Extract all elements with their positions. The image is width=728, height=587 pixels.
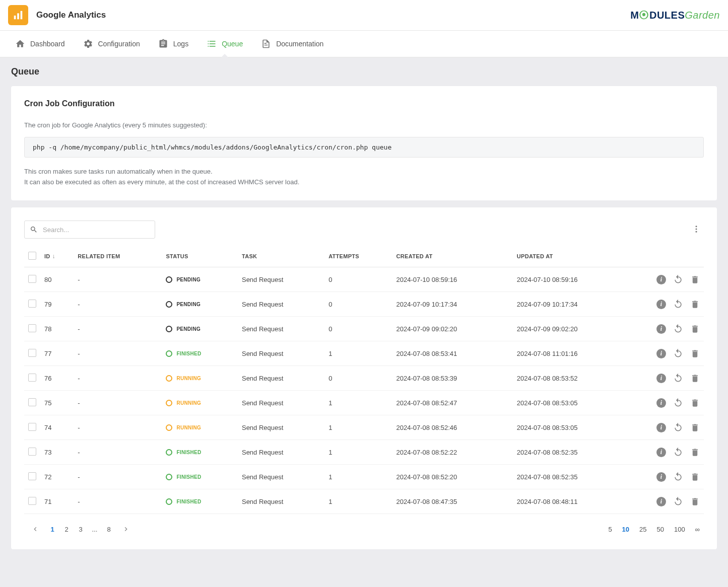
row-checkbox[interactable] bbox=[28, 398, 36, 406]
delete-button[interactable] bbox=[690, 300, 700, 309]
info-button[interactable]: i bbox=[656, 497, 666, 506]
cron-title: Cron Job Configuration bbox=[24, 99, 704, 108]
page-button[interactable]: 2 bbox=[59, 522, 74, 536]
info-button[interactable]: i bbox=[656, 324, 666, 334]
prev-page-button[interactable] bbox=[28, 522, 42, 536]
delete-button[interactable] bbox=[690, 472, 700, 482]
col-status[interactable]: STATUS bbox=[162, 246, 238, 267]
page-size-option[interactable]: ∞ bbox=[695, 526, 700, 533]
retry-button[interactable] bbox=[673, 398, 683, 408]
content: Queue Cron Job Configuration The cron jo… bbox=[0, 57, 728, 565]
info-button[interactable]: i bbox=[656, 349, 666, 358]
delete-button[interactable] bbox=[690, 275, 700, 284]
table-row: 79-PENDINGSend Request02024-07-09 10:17:… bbox=[24, 292, 704, 317]
nav-queue[interactable]: Queue bbox=[200, 31, 250, 57]
row-checkbox[interactable] bbox=[28, 275, 36, 283]
info-icon: i bbox=[656, 497, 666, 506]
next-page-button[interactable] bbox=[119, 522, 133, 536]
retry-icon bbox=[673, 398, 683, 408]
col-attempts[interactable]: ATTEMPTS bbox=[324, 246, 392, 267]
select-all-checkbox[interactable] bbox=[28, 252, 36, 260]
table-menu-button[interactable] bbox=[689, 222, 704, 238]
col-updated[interactable]: UPDATED AT bbox=[513, 246, 633, 267]
retry-button[interactable] bbox=[673, 373, 683, 383]
retry-icon bbox=[673, 472, 683, 482]
retry-button[interactable] bbox=[673, 299, 683, 309]
info-button[interactable]: i bbox=[656, 300, 666, 309]
page-button[interactable]: 1 bbox=[45, 522, 59, 536]
delete-button[interactable] bbox=[690, 324, 700, 334]
nav-dashboard[interactable]: Dashboard bbox=[8, 31, 72, 57]
retry-button[interactable] bbox=[673, 274, 683, 284]
row-checkbox[interactable] bbox=[28, 472, 36, 480]
page-size-option[interactable]: 10 bbox=[622, 526, 629, 533]
cell-task: Send Request bbox=[238, 415, 324, 440]
info-button[interactable]: i bbox=[656, 472, 666, 482]
status-circle-icon bbox=[166, 424, 172, 431]
col-related[interactable]: RELATED ITEM bbox=[74, 246, 162, 267]
row-checkbox[interactable] bbox=[28, 324, 36, 332]
table-row: 74-RUNNINGSend Request12024-07-08 08:52:… bbox=[24, 415, 704, 440]
retry-button[interactable] bbox=[673, 422, 683, 432]
row-checkbox[interactable] bbox=[28, 374, 36, 382]
cell-task: Send Request bbox=[238, 341, 324, 366]
retry-button[interactable] bbox=[673, 472, 683, 482]
trash-icon bbox=[690, 275, 700, 284]
delete-button[interactable] bbox=[690, 423, 700, 432]
page-size-option[interactable]: 100 bbox=[674, 526, 685, 533]
cell-created: 2024-07-10 08:59:16 bbox=[392, 267, 513, 292]
col-id[interactable]: ID↓ bbox=[40, 246, 74, 267]
cell-attempts: 1 bbox=[324, 489, 392, 514]
delete-button[interactable] bbox=[690, 448, 700, 457]
retry-button[interactable] bbox=[673, 324, 683, 334]
cron-note2: It can also be executed as often as ever… bbox=[24, 177, 704, 188]
cell-created: 2024-07-09 10:17:34 bbox=[392, 292, 513, 317]
page-size-option[interactable]: 25 bbox=[639, 526, 646, 533]
retry-button[interactable] bbox=[673, 496, 683, 506]
nav-label: Configuration bbox=[98, 40, 140, 48]
info-button[interactable]: i bbox=[656, 275, 666, 284]
retry-icon bbox=[673, 496, 683, 506]
delete-button[interactable] bbox=[690, 398, 700, 408]
row-checkbox[interactable] bbox=[28, 349, 36, 357]
info-button[interactable]: i bbox=[656, 423, 666, 432]
cron-intro: The cron job for Google Analytics (every… bbox=[24, 120, 704, 131]
cron-note1: This cron makes sure tasks run automatic… bbox=[24, 167, 704, 177]
delete-button[interactable] bbox=[690, 374, 700, 383]
search-box[interactable] bbox=[24, 221, 155, 239]
row-checkbox[interactable] bbox=[28, 448, 36, 456]
info-button[interactable]: i bbox=[656, 398, 666, 408]
info-button[interactable]: i bbox=[656, 374, 666, 383]
table-row: 73-FINISHEDSend Request12024-07-08 08:52… bbox=[24, 440, 704, 465]
page-size-option[interactable]: 5 bbox=[608, 526, 612, 533]
delete-button[interactable] bbox=[690, 497, 700, 506]
status-circle-icon bbox=[166, 400, 172, 406]
retry-button[interactable] bbox=[673, 348, 683, 358]
delete-button[interactable] bbox=[690, 349, 700, 358]
page-size-option[interactable]: 50 bbox=[657, 526, 664, 533]
cell-related: - bbox=[74, 465, 162, 489]
page-button[interactable]: 3 bbox=[74, 522, 88, 536]
row-checkbox[interactable] bbox=[28, 300, 36, 308]
cell-status: FINISHED bbox=[162, 440, 238, 465]
page-button[interactable]: 8 bbox=[102, 522, 116, 536]
cell-task: Send Request bbox=[238, 317, 324, 341]
col-task[interactable]: TASK bbox=[238, 246, 324, 267]
cell-created: 2024-07-08 08:53:41 bbox=[392, 341, 513, 366]
cell-related: - bbox=[74, 341, 162, 366]
retry-button[interactable] bbox=[673, 447, 683, 457]
search-input[interactable] bbox=[43, 226, 150, 234]
col-created[interactable]: CREATED AT bbox=[392, 246, 513, 267]
info-button[interactable]: i bbox=[656, 448, 666, 457]
nav-configuration[interactable]: Configuration bbox=[76, 31, 147, 57]
row-checkbox[interactable] bbox=[28, 423, 36, 431]
nav-documentation[interactable]: Documentation bbox=[254, 31, 330, 57]
svg-point-3 bbox=[696, 226, 697, 227]
list-icon bbox=[207, 39, 217, 49]
cell-attempts: 1 bbox=[324, 440, 392, 465]
nav-logs[interactable]: Logs bbox=[151, 31, 195, 57]
main-nav: Dashboard Configuration Logs Queue Docum… bbox=[0, 31, 728, 57]
retry-icon bbox=[673, 299, 683, 309]
row-checkbox[interactable] bbox=[28, 497, 36, 505]
sort-desc-icon: ↓ bbox=[52, 253, 55, 260]
